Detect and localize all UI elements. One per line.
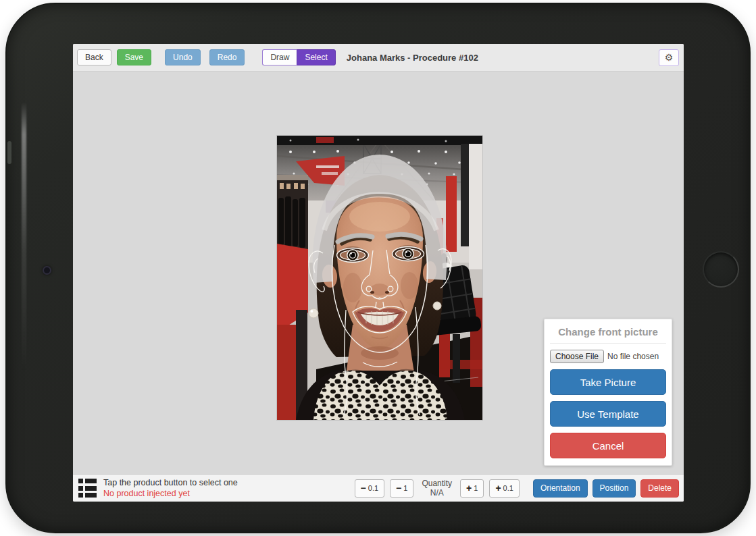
front-picture-canvas[interactable] xyxy=(277,136,482,420)
choose-file-button[interactable]: Choose File xyxy=(550,350,604,363)
orientation-button[interactable]: Orientation xyxy=(533,479,588,498)
gear-icon: ⚙ xyxy=(665,53,674,62)
cancel-button[interactable]: Cancel xyxy=(550,433,666,458)
position-button[interactable]: Position xyxy=(593,479,636,498)
file-status-text: No file chosen xyxy=(607,352,659,361)
product-warning-text: No product injected yet xyxy=(103,488,238,499)
settings-button[interactable]: ⚙ xyxy=(659,49,679,66)
delete-button[interactable]: Delete xyxy=(640,479,679,498)
bottom-bar: Tap the product button to select one No … xyxy=(73,474,684,502)
change-front-picture-panel: Change front picture Choose File No file… xyxy=(544,319,672,466)
minus-icon: − xyxy=(361,483,366,493)
page-title: Johana Marks - Procedure #102 xyxy=(347,53,478,63)
product-hint-text: Tap the product button to select one xyxy=(103,477,238,488)
decrease-0-1-button[interactable]: − 0.1 xyxy=(355,479,384,498)
use-template-button[interactable]: Use Template xyxy=(550,401,666,427)
tablet-camera xyxy=(43,266,51,275)
draw-button[interactable]: Draw xyxy=(262,49,297,65)
save-button[interactable]: Save xyxy=(117,49,151,65)
product-list-icon[interactable] xyxy=(78,479,97,498)
bezel-highlight xyxy=(22,102,26,372)
draw-select-toggle: Draw Select xyxy=(262,49,335,65)
procedure-canvas: Change front picture Choose File No file… xyxy=(73,72,684,474)
selection-actions: Orientation Position Delete xyxy=(533,479,679,498)
top-toolbar: Back Save Undo Redo Draw Select Johana M… xyxy=(73,44,684,72)
back-button[interactable]: Back xyxy=(77,49,111,65)
quantity-label: Quantity xyxy=(422,479,452,488)
minus-icon: − xyxy=(396,483,401,493)
increase-1-button[interactable]: + 1 xyxy=(460,479,484,498)
plus-icon: + xyxy=(495,483,501,493)
panel-title: Change front picture xyxy=(550,324,666,344)
file-input-row: Choose File No file chosen xyxy=(550,350,666,363)
quantity-controls: − 0.1 − 1 Quantity N/A + 1 + 0.1 xyxy=(355,479,520,498)
increase-0-1-button[interactable]: + 0.1 xyxy=(489,479,519,498)
redo-button[interactable]: Redo xyxy=(209,49,245,65)
quantity-display: Quantity N/A xyxy=(419,479,455,498)
decrease-1-button[interactable]: − 1 xyxy=(390,479,413,498)
tablet-home-button[interactable] xyxy=(703,251,739,288)
product-status: Tap the product button to select one No … xyxy=(78,477,238,500)
tablet-side-button xyxy=(7,141,11,164)
app-screen: Back Save Undo Redo Draw Select Johana M… xyxy=(73,44,684,502)
plus-icon: + xyxy=(466,483,472,493)
quantity-value: N/A xyxy=(422,488,452,498)
select-button[interactable]: Select xyxy=(297,49,335,65)
undo-button[interactable]: Undo xyxy=(165,49,201,65)
tablet-frame: Back Save Undo Redo Draw Select Johana M… xyxy=(5,3,751,533)
take-picture-button[interactable]: Take Picture xyxy=(550,369,666,395)
